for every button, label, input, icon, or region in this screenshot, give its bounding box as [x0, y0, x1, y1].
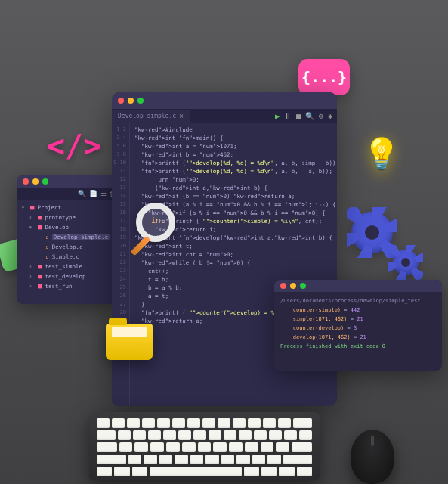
code-tag-icon: </>	[47, 129, 101, 163]
maximize-window-icon[interactable]	[300, 283, 306, 289]
editor-tab[interactable]: Develop_simple.c ×	[112, 110, 190, 123]
terminal-window: /Users/documents/process/develop/simple_…	[274, 280, 442, 371]
stop-icon[interactable]: ■	[296, 112, 301, 120]
explorer-search-icon[interactable]: 🔍	[78, 190, 86, 197]
search-icon[interactable]: 🔍	[305, 112, 314, 120]
terminal-path: /Users/documents/process/develop/simple_…	[280, 296, 436, 306]
terminal-output-line: counter(simple) = 442	[280, 306, 436, 315]
close-window-icon[interactable]	[280, 283, 286, 289]
folder-icon	[106, 324, 153, 360]
terminal-exit-line: Process finished with exit code 0	[280, 342, 436, 351]
magnifier-label: int	[151, 216, 165, 225]
mouse-icon	[351, 430, 394, 484]
gear-large-icon	[351, 212, 393, 253]
tree-item[interactable]: ▾■Develop	[21, 222, 116, 232]
pause-icon[interactable]: ⏸	[284, 112, 292, 120]
minimize-window-icon[interactable]	[290, 283, 296, 289]
maximize-window-icon[interactable]	[137, 98, 144, 104]
terminal-output-line: simple(1071, 462) = 21	[280, 315, 436, 324]
tab-close-icon[interactable]: ×	[179, 112, 184, 120]
tree-root[interactable]: ▾■Project	[21, 203, 116, 213]
minimize-window-icon[interactable]	[128, 98, 134, 104]
close-window-icon[interactable]	[23, 178, 29, 185]
terminal-output-line: counter(develop) = 3	[280, 324, 436, 333]
line-numbers: 1 2 3 4 5 6 7 8 9 10 11 12 13 14 15 16 1…	[112, 123, 130, 406]
maximize-window-icon[interactable]	[42, 178, 48, 185]
minimize-window-icon[interactable]	[32, 178, 39, 185]
more-icon[interactable]: ✱	[328, 112, 332, 120]
keyboard-icon	[89, 412, 320, 480]
tree-item[interactable]: ▫Develop_simple.c	[21, 232, 116, 242]
curly-braces-badge-icon: {...}	[298, 59, 350, 95]
tree-item[interactable]: ›■test_run	[21, 281, 116, 291]
terminal-output-line: develop(1071, 462) = 21	[280, 333, 436, 342]
tree-item[interactable]: ›■test_simple	[21, 262, 116, 271]
gear-small-icon	[393, 250, 419, 275]
settings-icon[interactable]: ⚙	[319, 112, 323, 120]
lightbulb-icon: 💡	[363, 136, 400, 172]
file-explorer-panel: 🔍 📄 ☰ 🗑 ▾■Project›■prototype▾■Develop▫De…	[17, 175, 121, 304]
run-icon[interactable]: ▶	[275, 112, 280, 120]
tree-item[interactable]: ▫Simple.c	[21, 252, 116, 262]
explorer-layers-icon[interactable]: ☰	[100, 190, 107, 197]
tree-item[interactable]: ›■prototype	[21, 213, 116, 222]
explorer-doc-icon[interactable]: 📄	[89, 190, 97, 197]
tree-item[interactable]: ›■test_develop	[21, 271, 116, 281]
tree-item[interactable]: ▫Develop.c	[21, 242, 116, 252]
close-window-icon[interactable]	[118, 98, 124, 104]
tab-label: Develop_simple.c	[118, 113, 176, 119]
